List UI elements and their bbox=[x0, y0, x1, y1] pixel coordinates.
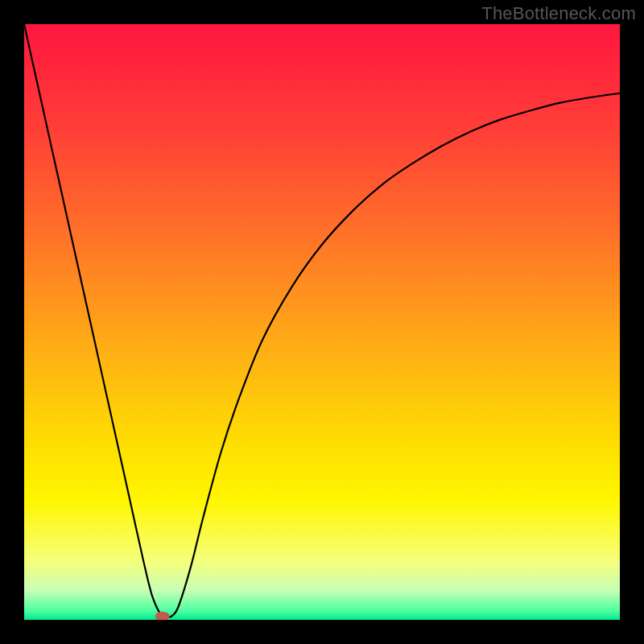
chart-svg bbox=[24, 24, 620, 620]
plot-area bbox=[24, 24, 620, 620]
chart-frame: TheBottleneck.com bbox=[0, 0, 644, 644]
watermark-text: TheBottleneck.com bbox=[481, 3, 636, 24]
gradient-background bbox=[24, 24, 620, 620]
